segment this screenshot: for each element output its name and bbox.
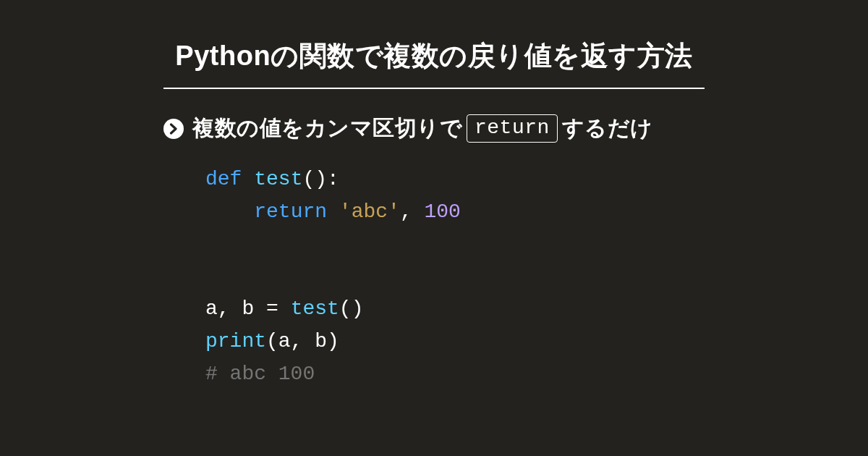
- code-assignment: a, b =: [205, 297, 291, 320]
- chevron-right-circle-icon: [163, 119, 184, 139]
- code-comma: ,: [400, 200, 425, 223]
- code-block: def test(): return 'abc', 100 a, b = tes…: [163, 164, 705, 391]
- code-function-name: test: [254, 168, 302, 190]
- page-title: Pythonの関数で複数の戻り値を返す方法: [175, 38, 692, 75]
- code-call-name: test: [291, 297, 339, 320]
- subtitle-after: するだけ: [562, 114, 653, 143]
- code-space: [327, 200, 339, 223]
- subtitle-row: 複数の値をカンマ区切りで return するだけ: [163, 114, 705, 143]
- code-parens: (): [339, 297, 364, 320]
- code-space: [242, 168, 254, 190]
- code-print-args: (a, b): [266, 330, 339, 352]
- subtitle-text: 複数の値をカンマ区切りで return するだけ: [192, 114, 653, 143]
- code-indent: [205, 200, 254, 223]
- code-keyword-def: def: [205, 168, 242, 190]
- subtitle-keyword-box: return: [467, 114, 558, 143]
- code-keyword-return: return: [254, 200, 327, 223]
- code-string-literal: 'abc': [339, 200, 400, 223]
- horizontal-rule: [163, 88, 705, 89]
- code-number-literal: 100: [424, 200, 460, 223]
- code-builtin-print: print: [205, 330, 266, 352]
- subtitle-before: 複数の値をカンマ区切りで: [192, 114, 462, 143]
- code-paren-colon: ():: [302, 168, 339, 190]
- code-comment: # abc 100: [205, 363, 315, 385]
